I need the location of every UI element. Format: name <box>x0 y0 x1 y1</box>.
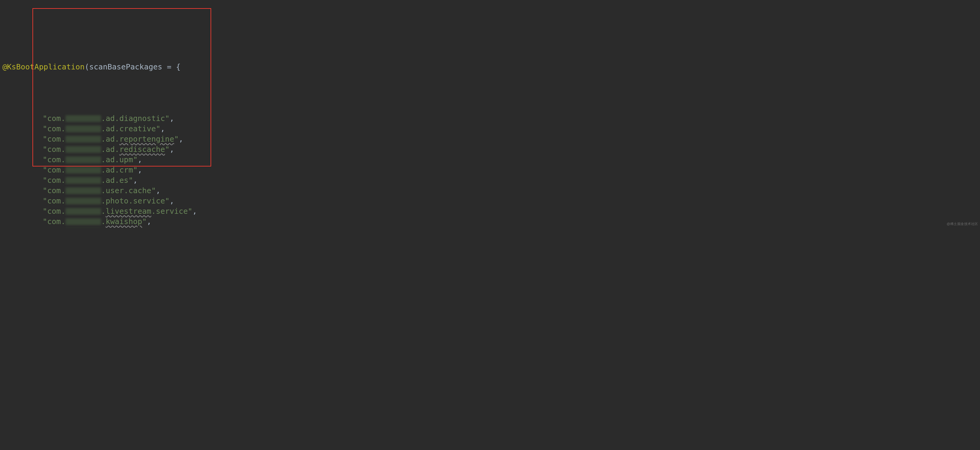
watermark: @稀土掘金技术社区 <box>947 222 978 226</box>
string-literal: .user.cache" <box>101 186 156 195</box>
comma: , <box>170 145 174 154</box>
redacted-text <box>65 146 101 153</box>
string-literal: "com. <box>43 135 65 143</box>
string-literal: .ad.upm" <box>101 155 137 164</box>
code-line[interactable]: "com..kwaishop", <box>2 217 978 227</box>
string-literal-typo: rediscache <box>119 145 165 154</box>
comma: , <box>192 207 197 215</box>
string-literal-typo: reportengine <box>119 135 174 143</box>
string-literal: .photo.service" <box>101 196 170 205</box>
redacted-text <box>65 218 101 225</box>
string-literal-typo: livestream <box>106 207 151 215</box>
comma: , <box>161 124 165 133</box>
brace-open: { <box>176 62 181 71</box>
redacted-text <box>65 208 101 215</box>
string-literal: .ad. <box>101 135 119 143</box>
code-line[interactable]: @KsBootApplication(scanBasePackages = { <box>2 62 978 72</box>
string-literal: .ad.es" <box>101 176 133 185</box>
string-literal: .ad.diagnostic" <box>101 114 170 123</box>
comma: , <box>138 166 142 174</box>
comma: , <box>170 196 174 205</box>
code-line[interactable]: "com..ad.rediscache", <box>2 144 978 155</box>
string-literal: .service" <box>151 207 192 215</box>
string-literal: .ad.creative" <box>101 124 161 133</box>
code-line[interactable]: "com..ad.upm", <box>2 155 978 165</box>
redacted-text <box>65 177 101 184</box>
comma: , <box>147 217 151 226</box>
annotation-ksboot: @KsBootApplication <box>2 62 85 71</box>
string-literal: "com. <box>43 114 65 123</box>
redacted-text <box>65 115 101 122</box>
code-line[interactable]: "com..photo.service", <box>2 196 978 206</box>
string-literal: .infra" <box>101 227 133 228</box>
eq: = <box>162 62 176 71</box>
string-literal-typo: kwaishop <box>106 217 142 226</box>
code-line[interactable]: "com..ad.diagnostic", <box>2 113 978 124</box>
string-literal: "com. <box>43 207 65 215</box>
string-literal: .ad.crm" <box>101 166 137 174</box>
string-literal: "com. <box>43 166 65 174</box>
string-literal: " <box>165 145 170 154</box>
string-literal: .ad. <box>101 145 119 154</box>
code-line[interactable]: "com..livestream.service", <box>2 206 978 217</box>
redacted-text <box>65 187 101 194</box>
string-literal: "com. <box>43 186 65 195</box>
string-literal: . <box>101 207 106 215</box>
comma: , <box>133 176 137 185</box>
comma: , <box>156 186 161 195</box>
string-literal: "com. <box>43 145 65 154</box>
code-line[interactable]: "com..user.cache", <box>2 185 978 196</box>
string-literal: "com. <box>43 124 65 133</box>
code-line[interactable]: "com..ad.reportengine", <box>2 134 978 144</box>
code-line[interactable]: "com..ad.es", <box>2 175 978 185</box>
code-line[interactable]: "com..ad.creative", <box>2 124 978 134</box>
string-literal: "com. <box>43 217 65 226</box>
comma: , <box>138 155 142 164</box>
code-line[interactable]: "com..infra", <box>2 227 978 228</box>
code-line[interactable]: "com..ad.crm", <box>2 165 978 175</box>
paren-open: ( <box>85 62 89 71</box>
param-scanbase: scanBasePackages <box>89 62 162 71</box>
string-literal: " <box>174 135 179 143</box>
comma: , <box>179 135 183 143</box>
redacted-text <box>65 167 101 174</box>
string-literal: . <box>101 217 106 226</box>
comma: , <box>133 227 137 228</box>
redacted-text <box>65 198 101 205</box>
string-literal: "com. <box>43 155 65 164</box>
code-editor[interactable]: @KsBootApplication(scanBasePackages = { … <box>0 0 980 228</box>
string-literal: "com. <box>43 196 65 205</box>
comma: , <box>170 114 174 123</box>
string-literal: "com. <box>43 176 65 185</box>
redacted-text <box>65 136 101 143</box>
redacted-text <box>65 157 101 163</box>
string-literal: "com. <box>43 227 65 228</box>
string-literal: " <box>142 217 147 226</box>
redacted-text <box>65 125 101 133</box>
